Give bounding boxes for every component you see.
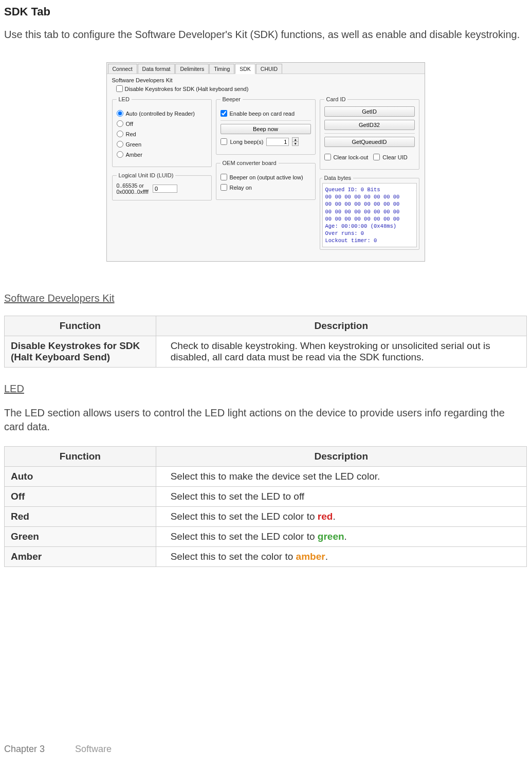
function-cell: Auto <box>5 467 156 487</box>
function-cell: Off <box>5 487 156 507</box>
led-function-table: Function Description AutoSelect this to … <box>4 446 527 567</box>
led-radio-label: Off <box>126 121 133 127</box>
long-beep-spinner[interactable]: ▲▼ <box>292 137 299 146</box>
beep-now-button[interactable]: Beep now <box>221 124 311 134</box>
clear-lockout-label: Clear lock-out <box>334 154 369 160</box>
table-header-description: Description <box>156 447 526 467</box>
table-row: RedSelect this to set the LED color to r… <box>5 507 527 527</box>
clear-uid-checkbox[interactable] <box>373 154 380 160</box>
table-row: AutoSelect this to make the device set t… <box>5 467 527 487</box>
oem-beeper-on-checkbox[interactable] <box>221 174 227 180</box>
led-radio-off[interactable] <box>117 120 123 127</box>
beeper-group: Beeper Enable beep on card read Beep now… <box>216 96 316 155</box>
led-section-title: LED <box>4 383 527 395</box>
oem-beeper-on-label: Beeper on (output active low) <box>230 174 303 180</box>
description-cell: Select this to make the device set the L… <box>156 467 526 487</box>
sdk-section-title: Software Developers Kit <box>4 292 527 304</box>
sdk-dialog: ConnectData formatDelimitersTimingSDKCHU… <box>106 62 425 262</box>
table-row: Disable Keystrokes for SDK (Halt Keyboar… <box>5 336 527 368</box>
tab-data-format[interactable]: Data format <box>138 64 175 74</box>
table-row: OffSelect this to set the LED to off <box>5 487 527 507</box>
led-radio-label: Amber <box>126 152 142 158</box>
tab-sdk[interactable]: SDK <box>235 64 255 74</box>
tab-connect[interactable]: Connect <box>108 64 137 74</box>
card-id-group: Card ID GetID GetID32 GetQueuedID Clear … <box>320 96 419 170</box>
beeper-legend: Beeper <box>221 96 243 102</box>
description-cell: Select this to set the color to amber. <box>156 547 526 567</box>
clear-lockout-checkbox[interactable] <box>324 154 331 160</box>
luid-legend: Logical Unit ID (LUID) <box>117 172 176 178</box>
tab-delimiters[interactable]: Delimiters <box>175 64 209 74</box>
led-group: LED Auto (controlled by Reader)OffRedGre… <box>112 96 212 167</box>
luid-input[interactable] <box>153 185 177 193</box>
page-footer: Chapter 3 Software <box>4 744 112 755</box>
table-header-function: Function <box>5 447 156 467</box>
description-cell: Check to disable keystroking. When keyst… <box>156 336 526 368</box>
description-cell: Select this to set the LED to off <box>156 487 526 507</box>
sdk-function-table: Function Description Disable Keystrokes … <box>4 316 527 368</box>
function-cell: Green <box>5 527 156 547</box>
oem-legend: OEM converter board <box>221 160 279 166</box>
function-cell: Red <box>5 507 156 527</box>
function-cell: Disable Keystrokes for SDK (Halt Keyboar… <box>5 336 156 368</box>
table-row: AmberSelect this to set the color to amb… <box>5 547 527 567</box>
led-radio-red[interactable] <box>117 131 123 137</box>
led-radio-label: Auto (controlled by Reader) <box>126 111 195 117</box>
getid-button[interactable]: GetID <box>324 106 415 117</box>
led-section-paragraph: The LED section allows users to control … <box>4 406 527 434</box>
data-bytes-legend: Data bytes <box>322 175 354 181</box>
card-id-legend: Card ID <box>324 96 348 102</box>
clear-uid-label: Clear UID <box>382 154 407 160</box>
data-bytes-group: Data bytes Queued ID: 0 Bits 00 00 00 00… <box>320 175 419 250</box>
luid-range-label: 0..65535 or 0x0000..0xffff <box>117 182 149 195</box>
description-cell: Select this to set the LED color to gree… <box>156 527 526 547</box>
page-heading: SDK Tab <box>4 5 527 19</box>
data-bytes-output: Queued ID: 0 Bits 00 00 00 00 00 00 00 0… <box>322 183 417 247</box>
disable-keystrokes-checkbox[interactable] <box>116 85 123 92</box>
tab-strip: ConnectData formatDelimitersTimingSDKCHU… <box>107 63 425 74</box>
led-radio-auto[interactable] <box>117 110 123 117</box>
oem-relay-on-checkbox[interactable] <box>221 184 227 191</box>
getid32-button[interactable]: GetID32 <box>324 120 415 130</box>
oem-relay-on-label: Relay on <box>230 185 252 191</box>
table-header-description: Description <box>156 316 526 336</box>
tab-chuid[interactable]: CHUID <box>256 64 282 74</box>
led-radio-label: Green <box>126 141 142 148</box>
footer-section: Software <box>75 744 112 754</box>
led-radio-label: Red <box>126 131 136 137</box>
long-beep-checkbox[interactable] <box>221 138 227 145</box>
footer-chapter: Chapter 3 <box>4 744 45 754</box>
long-beep-value[interactable] <box>266 138 289 146</box>
luid-group: Logical Unit ID (LUID) 0..65535 or 0x000… <box>112 172 212 200</box>
disable-keystrokes-label: Disable Keystrokes for SDK (Halt keyboar… <box>125 86 249 92</box>
tab-timing[interactable]: Timing <box>209 64 234 74</box>
enable-beep-checkbox[interactable] <box>221 110 227 117</box>
sdk-group-label: Software Developers Kit <box>112 77 419 83</box>
getqueuedid-button[interactable]: GetQueuedID <box>324 137 415 147</box>
enable-beep-label: Enable beep on card read <box>230 111 295 117</box>
led-legend: LED <box>117 96 132 102</box>
table-row: GreenSelect this to set the LED color to… <box>5 527 527 547</box>
intro-paragraph: Use this tab to configure the Software D… <box>4 28 527 42</box>
table-header-function: Function <box>5 316 156 336</box>
led-radio-green[interactable] <box>117 141 123 148</box>
long-beep-label: Long beep(s) <box>230 139 264 145</box>
oem-group: OEM converter board Beeper on (output ac… <box>216 160 316 200</box>
function-cell: Amber <box>5 547 156 567</box>
description-cell: Select this to set the LED color to red. <box>156 507 526 527</box>
led-radio-amber[interactable] <box>117 151 123 158</box>
